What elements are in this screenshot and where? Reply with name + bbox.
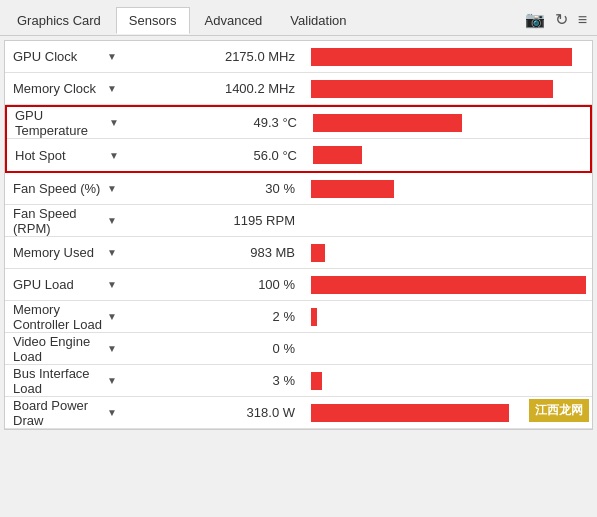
sensor-value-cell: 983 MB bbox=[205, 245, 305, 260]
sensor-bar bbox=[311, 180, 394, 198]
sensor-bar-container bbox=[305, 180, 592, 198]
sensor-bar bbox=[311, 276, 586, 294]
sensor-bar-container bbox=[305, 372, 592, 390]
dropdown-arrow-icon[interactable]: ▼ bbox=[109, 117, 199, 128]
sensor-value-cell: 0 % bbox=[205, 341, 305, 356]
dropdown-arrow-icon[interactable]: ▼ bbox=[109, 150, 199, 161]
dropdown-arrow-icon[interactable]: ▼ bbox=[107, 247, 197, 258]
sensor-bar-container bbox=[305, 80, 592, 98]
sensor-name-cell: Board Power Draw▼ bbox=[5, 398, 205, 428]
table-row: GPU Clock▼2175.0 MHz bbox=[5, 41, 592, 73]
sensor-value-cell: 318.0 W bbox=[205, 405, 305, 420]
sensor-bar bbox=[311, 48, 572, 66]
sensor-label: Video Engine Load bbox=[13, 334, 103, 364]
sensor-bar bbox=[311, 308, 317, 326]
sensor-name-cell: Bus Interface Load▼ bbox=[5, 366, 205, 396]
tab-validation[interactable]: Validation bbox=[277, 7, 359, 33]
sensor-bar bbox=[311, 404, 509, 422]
sensor-name-cell: Fan Speed (%)▼ bbox=[5, 181, 205, 196]
table-row: Video Engine Load▼0 % bbox=[5, 333, 592, 365]
sensor-bar-container bbox=[305, 276, 592, 294]
table-row: Memory Clock▼1400.2 MHz bbox=[5, 73, 592, 105]
sensor-name-cell: Fan Speed (RPM)▼ bbox=[5, 206, 205, 236]
dropdown-arrow-icon[interactable]: ▼ bbox=[107, 279, 197, 290]
sensor-label: Bus Interface Load bbox=[13, 366, 103, 396]
sensor-value-cell: 3 % bbox=[205, 373, 305, 388]
tab-advanced[interactable]: Advanced bbox=[192, 7, 276, 33]
sensor-label: Memory Clock bbox=[13, 81, 103, 96]
sensor-name-cell: Memory Used▼ bbox=[5, 245, 205, 260]
sensor-bar-container bbox=[305, 244, 592, 262]
sensor-label: GPU Temperature bbox=[15, 108, 105, 138]
sensor-name-cell: GPU Clock▼ bbox=[5, 49, 205, 64]
sensor-bar-container bbox=[307, 146, 590, 164]
sensor-label: Memory Used bbox=[13, 245, 103, 260]
sensor-label: GPU Clock bbox=[13, 49, 103, 64]
dropdown-arrow-icon[interactable]: ▼ bbox=[107, 183, 197, 194]
table-row: Memory Used▼983 MB bbox=[5, 237, 592, 269]
sensor-bar-container bbox=[307, 114, 590, 132]
sensor-label: Fan Speed (RPM) bbox=[13, 206, 103, 236]
table-row: Memory Controller Load▼2 % bbox=[5, 301, 592, 333]
sensor-value-cell: 2 % bbox=[205, 309, 305, 324]
refresh-icon[interactable]: ↻ bbox=[555, 10, 568, 29]
table-row: Hot Spot▼56.0 °C bbox=[7, 139, 590, 171]
sensor-name-cell: Memory Clock▼ bbox=[5, 81, 205, 96]
sensor-bar-container bbox=[305, 308, 592, 326]
tab-graphics-card[interactable]: Graphics Card bbox=[4, 7, 114, 33]
dropdown-arrow-icon[interactable]: ▼ bbox=[107, 215, 197, 226]
sensor-name-cell: GPU Temperature▼ bbox=[7, 108, 207, 138]
dropdown-arrow-icon[interactable]: ▼ bbox=[107, 343, 197, 354]
sensor-value-cell: 2175.0 MHz bbox=[205, 49, 305, 64]
sensor-name-cell: Video Engine Load▼ bbox=[5, 334, 205, 364]
sensor-bar bbox=[311, 372, 322, 390]
highlight-group: GPU Temperature▼49.3 °CHot Spot▼56.0 °C bbox=[5, 105, 592, 173]
sensor-bar bbox=[311, 244, 325, 262]
sensor-value-cell: 100 % bbox=[205, 277, 305, 292]
dropdown-arrow-icon[interactable]: ▼ bbox=[107, 311, 197, 322]
sensor-name-cell: Hot Spot▼ bbox=[7, 148, 207, 163]
sensor-value-cell: 1400.2 MHz bbox=[205, 81, 305, 96]
sensor-value-cell: 30 % bbox=[205, 181, 305, 196]
watermark: 江西龙网 bbox=[529, 399, 589, 422]
table-row: Board Power Draw▼318.0 W bbox=[5, 397, 592, 429]
tab-sensors[interactable]: Sensors bbox=[116, 7, 190, 34]
sensors-content: GPU Clock▼2175.0 MHzMemory Clock▼1400.2 … bbox=[4, 40, 593, 430]
sensor-label: GPU Load bbox=[13, 277, 103, 292]
sensor-value-cell: 1195 RPM bbox=[205, 213, 305, 228]
table-row: Fan Speed (RPM)▼1195 RPM bbox=[5, 205, 592, 237]
sensor-name-cell: Memory Controller Load▼ bbox=[5, 302, 205, 332]
dropdown-arrow-icon[interactable]: ▼ bbox=[107, 375, 197, 386]
sensor-label: Fan Speed (%) bbox=[13, 181, 103, 196]
sensor-label: Hot Spot bbox=[15, 148, 105, 163]
table-row: GPU Load▼100 % bbox=[5, 269, 592, 301]
dropdown-arrow-icon[interactable]: ▼ bbox=[107, 407, 197, 418]
sensor-bar bbox=[313, 114, 462, 132]
sensor-value-cell: 56.0 °C bbox=[207, 148, 307, 163]
tab-bar: Graphics Card Sensors Advanced Validatio… bbox=[0, 0, 597, 36]
table-row: GPU Temperature▼49.3 °C bbox=[7, 107, 590, 139]
menu-icon[interactable]: ≡ bbox=[578, 11, 587, 29]
app-window: Graphics Card Sensors Advanced Validatio… bbox=[0, 0, 597, 430]
tab-bar-icons: 📷 ↻ ≡ bbox=[525, 10, 593, 29]
sensor-bar-container bbox=[305, 48, 592, 66]
dropdown-arrow-icon[interactable]: ▼ bbox=[107, 83, 197, 94]
dropdown-arrow-icon[interactable]: ▼ bbox=[107, 51, 197, 62]
camera-icon[interactable]: 📷 bbox=[525, 10, 545, 29]
sensor-label: Board Power Draw bbox=[13, 398, 103, 428]
sensor-bar bbox=[311, 80, 553, 98]
sensor-name-cell: GPU Load▼ bbox=[5, 277, 205, 292]
sensor-bar bbox=[313, 146, 362, 164]
sensor-value-cell: 49.3 °C bbox=[207, 115, 307, 130]
table-row: Fan Speed (%)▼30 % bbox=[5, 173, 592, 205]
table-row: Bus Interface Load▼3 % bbox=[5, 365, 592, 397]
sensor-label: Memory Controller Load bbox=[13, 302, 103, 332]
